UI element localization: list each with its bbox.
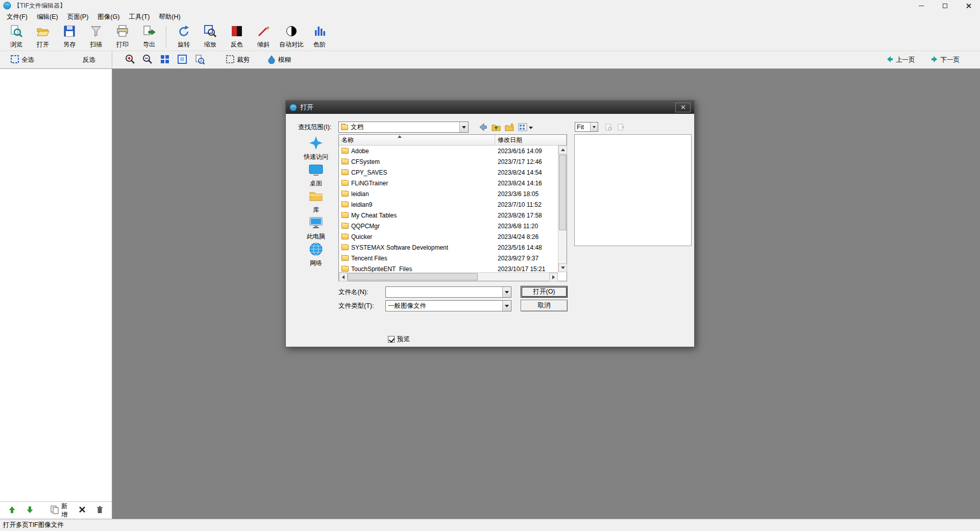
zoom-out-button[interactable] <box>141 53 154 66</box>
next-page-button[interactable]: 下一页 <box>927 53 963 67</box>
menu-edit[interactable]: 编辑(E) <box>32 12 63 22</box>
back-button[interactable] <box>477 122 489 134</box>
folder-icon <box>341 212 349 218</box>
menu-help[interactable]: 帮助(H) <box>154 12 185 22</box>
vertical-scroll-thumb[interactable] <box>559 155 566 230</box>
file-row[interactable]: leidian92023/7/10 11:52 <box>339 199 558 210</box>
fit-dropdown-button[interactable] <box>590 123 598 131</box>
file-type-dropdown-button[interactable] <box>502 301 511 311</box>
file-row[interactable]: leidian2023/3/6 18:05 <box>339 188 558 199</box>
fit-page-button[interactable] <box>158 53 172 66</box>
cancel-button[interactable]: 取消 <box>521 300 568 311</box>
crop-button[interactable]: 裁剪 <box>223 53 253 67</box>
menu-image[interactable]: 图像(G) <box>93 12 124 22</box>
remove-page-button[interactable] <box>77 504 88 516</box>
zoom-in-icon <box>125 54 135 66</box>
blur-button[interactable]: 模糊 <box>264 53 294 67</box>
menu-tools[interactable]: 工具(T) <box>124 12 154 22</box>
print-button[interactable]: 打印 <box>109 23 136 50</box>
file-row[interactable]: Quicker2023/4/24 8:26 <box>339 231 558 242</box>
file-row[interactable]: CFSystem2023/7/17 12:46 <box>339 156 558 167</box>
remove-x-icon <box>79 506 86 515</box>
file-row[interactable]: My Cheat Tables2023/8/26 17:58 <box>339 210 558 221</box>
file-row[interactable]: CPY_SAVES2023/8/24 14:54 <box>339 167 558 178</box>
file-row[interactable]: Tencent Files2023/9/27 9:37 <box>339 253 558 263</box>
quick-access-icon <box>308 135 324 152</box>
sidebar-item-desktop[interactable]: 桌面 <box>296 162 336 188</box>
file-type-caret-icon <box>505 305 509 307</box>
fit-width-button[interactable] <box>176 53 189 66</box>
file-list: 名称 修改日期 Adobe2023/6/16 14:09 CFSystem202… <box>338 134 567 281</box>
browse-button[interactable]: 浏览 <box>3 23 30 50</box>
preview-next-tool-button[interactable] <box>616 123 626 133</box>
skew-button[interactable]: 倾斜 <box>250 23 277 50</box>
zoom-button[interactable]: 缩放 <box>197 23 224 50</box>
move-up-button[interactable] <box>6 504 18 517</box>
scroll-right-button[interactable] <box>549 273 558 281</box>
scan-icon <box>89 25 103 39</box>
sidebar-item-libraries[interactable]: 库 <box>296 188 336 215</box>
file-row[interactable]: SYSTEMAX Software Development2023/5/16 1… <box>339 242 558 253</box>
scroll-up-button[interactable] <box>558 146 567 154</box>
preview-fit-combobox[interactable]: Fit <box>575 122 598 132</box>
minimize-button[interactable] <box>910 0 933 11</box>
menu-page[interactable]: 页面(P) <box>63 12 93 22</box>
sidebar-item-quick-access[interactable]: 快速访问 <box>296 135 336 162</box>
open-button[interactable]: 打开 <box>30 23 56 50</box>
delete-page-button[interactable] <box>94 504 106 517</box>
maximize-button[interactable] <box>933 0 957 11</box>
thumbnail-list[interactable] <box>0 69 112 501</box>
scroll-left-button[interactable] <box>339 273 348 281</box>
levels-button[interactable]: 色阶 <box>306 23 333 50</box>
zoom-region-button[interactable] <box>193 53 206 66</box>
folder-icon <box>341 148 349 154</box>
look-in-combobox[interactable]: 文档 <box>338 122 469 133</box>
vertical-scrollbar[interactable] <box>558 146 567 272</box>
open-file-dialog: 打开 查找范围(I): 文档 Fit 快速访问 <box>285 100 695 347</box>
file-row[interactable]: Adobe2023/6/16 14:09 <box>339 146 558 156</box>
close-button[interactable] <box>957 0 980 11</box>
horizontal-scroll-thumb[interactable] <box>348 273 478 280</box>
invert-button[interactable]: 反色 <box>224 23 250 50</box>
folder-icon <box>341 234 349 239</box>
titlebar: 【TIF文件编辑器】 <box>0 0 980 11</box>
statusbar: 打开多页TIF图像文件 <box>0 519 980 531</box>
file-type-combobox[interactable]: 一般图像文件 <box>385 300 511 311</box>
menu-file[interactable]: 文件(F) <box>2 12 32 22</box>
sidebar-item-this-pc[interactable]: 此电脑 <box>296 215 336 242</box>
new-folder-button[interactable] <box>503 122 516 134</box>
file-row[interactable]: TouchSpriteENT_Files2023/10/17 15:21 <box>339 263 558 272</box>
export-button[interactable]: 导出 <box>136 23 162 50</box>
horizontal-scrollbar[interactable] <box>339 272 558 281</box>
dialog-close-button[interactable] <box>675 103 691 112</box>
sidebar-item-network[interactable]: 网络 <box>296 242 336 268</box>
preview-page-tool-button[interactable] <box>603 123 614 133</box>
up-one-level-button[interactable] <box>490 122 502 134</box>
network-icon <box>308 242 324 258</box>
file-row[interactable]: FLiNGTrainer2023/8/24 14:16 <box>339 178 558 188</box>
folder-icon <box>341 266 349 272</box>
file-row[interactable]: QQPCMgr2023/6/8 11:20 <box>339 221 558 231</box>
prev-page-button[interactable]: 上一页 <box>883 53 918 67</box>
rotate-button[interactable]: 旋转 <box>170 23 197 50</box>
move-down-button[interactable] <box>24 504 36 517</box>
auto-contrast-button[interactable]: 自动对比 <box>277 23 306 50</box>
open-confirm-button[interactable]: 打开(O) <box>521 286 568 298</box>
scan-button[interactable]: 扫描 <box>83 23 109 50</box>
view-menu-button[interactable] <box>517 122 534 134</box>
scroll-down-button[interactable] <box>558 263 567 272</box>
file-name-dropdown-button[interactable] <box>502 287 511 297</box>
select-all-button[interactable]: 全选 <box>7 53 37 67</box>
save-as-button[interactable]: 另存 <box>56 23 83 50</box>
column-header-name[interactable]: 名称 <box>339 135 495 145</box>
prev-page-icon <box>886 55 894 65</box>
up-folder-icon <box>491 122 501 134</box>
look-in-dropdown-button[interactable] <box>459 122 468 132</box>
preview-checkbox[interactable] <box>388 336 395 343</box>
file-type-value: 一般图像文件 <box>388 302 426 310</box>
column-header-date[interactable]: 修改日期 <box>495 135 567 145</box>
add-page-button[interactable]: 新增 <box>48 500 70 521</box>
zoom-in-button[interactable] <box>124 53 137 66</box>
invert-selection-button[interactable]: 反选 <box>80 54 99 66</box>
file-name-combobox[interactable] <box>385 286 511 298</box>
